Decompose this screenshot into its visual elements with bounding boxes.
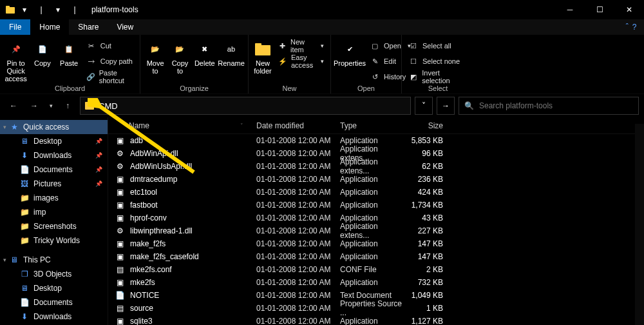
file-row[interactable]: ▣make_f2fs_casefold 01-01-2008 12:00 AM … bbox=[108, 250, 644, 263]
file-icon: ▣ bbox=[115, 174, 125, 184]
sidebar-quick-access[interactable]: ▾★Quick access bbox=[0, 120, 108, 134]
copy-to-button[interactable]: 📂Copy to bbox=[169, 37, 191, 75]
doc-icon: 📄 bbox=[19, 164, 30, 175]
file-row[interactable]: ▣make_f2fs 01-01-2008 12:00 AM Applicati… bbox=[108, 237, 644, 250]
select-all-button[interactable]: ☑Select all bbox=[406, 39, 470, 53]
col-size-header[interactable]: Size bbox=[404, 121, 450, 130]
sidebar-this-pc[interactable]: ▾🖥This PC bbox=[0, 253, 108, 267]
file-row[interactable]: ▣fastboot 01-01-2008 12:00 AM Applicatio… bbox=[108, 199, 644, 212]
file-name: libwinpthread-1.dll bbox=[130, 226, 193, 235]
properties-button[interactable]: ✔Properties bbox=[335, 37, 365, 67]
overflow-icon[interactable]: ▾ bbox=[53, 5, 63, 15]
address-bar[interactable] bbox=[80, 97, 411, 115]
file-row[interactable]: ▣sqlite3 01-01-2008 12:00 AM Application… bbox=[108, 315, 644, 325]
file-row[interactable]: ▤mke2fs.conf 01-01-2008 12:00 AM CONF Fi… bbox=[108, 263, 644, 276]
delete-button[interactable]: ✖Delete bbox=[194, 37, 216, 67]
file-date: 01-01-2008 12:00 AM bbox=[250, 136, 334, 145]
file-type: Application extens... bbox=[334, 222, 404, 240]
sidebar-item[interactable]: 📄Documents bbox=[0, 295, 108, 310]
sidebar-item[interactable]: ⬇Downloads📌 bbox=[0, 148, 108, 162]
file-icon: ⚙ bbox=[115, 161, 125, 172]
forward-button[interactable]: → bbox=[26, 97, 43, 114]
file-row[interactable]: ⚙libwinpthread-1.dll 01-01-2008 12:00 AM… bbox=[108, 224, 644, 237]
file-icon: ▣ bbox=[115, 239, 125, 249]
scrollbar[interactable] bbox=[635, 124, 644, 325]
tab-home[interactable]: Home bbox=[30, 19, 69, 35]
recent-dropdown[interactable]: ▾ bbox=[46, 97, 55, 114]
desktop-icon: 🖥 bbox=[19, 136, 30, 146]
search-box[interactable]: 🔍 Search platform-tools bbox=[459, 97, 639, 115]
file-size: 424 KB bbox=[404, 188, 450, 197]
file-size: 147 KB bbox=[404, 252, 450, 261]
sidebar-item[interactable]: 🖥Desktop📌 bbox=[0, 134, 108, 148]
file-date: 01-01-2008 12:00 AM bbox=[250, 291, 334, 300]
tab-file[interactable]: File bbox=[0, 19, 30, 35]
file-icon: ▣ bbox=[115, 187, 125, 197]
copy-path-button[interactable]: 🡒Copy path bbox=[84, 54, 136, 68]
invert-selection-button[interactable]: ◩Invert selection bbox=[406, 70, 470, 84]
doc-icon: 📄 bbox=[19, 297, 30, 308]
pc-icon: 🖥 bbox=[9, 255, 19, 265]
paste-shortcut-button[interactable]: 🔗Paste shortcut bbox=[84, 70, 136, 84]
sidebar-item[interactable]: ❒3D Objects bbox=[0, 267, 108, 281]
address-history-dropdown[interactable]: ˅ bbox=[415, 97, 433, 115]
folder-icon: 📁 bbox=[19, 207, 30, 217]
chevron-down-icon[interactable]: ▾ bbox=[1, 124, 8, 130]
pin-quick-access-button[interactable]: 📌Pin to Quick access bbox=[4, 37, 28, 83]
sidebar-item[interactable]: 📁images bbox=[0, 191, 108, 205]
file-row[interactable]: ▣dmtracedump 01-01-2008 12:00 AM Applica… bbox=[108, 173, 644, 186]
close-button[interactable]: ✕ bbox=[614, 0, 644, 19]
file-row[interactable]: ▣etc1tool 01-01-2008 12:00 AM Applicatio… bbox=[108, 186, 644, 199]
sidebar-item[interactable]: 📁imp bbox=[0, 205, 108, 219]
collapse-ribbon-icon[interactable]: ˆ bbox=[626, 23, 629, 32]
easy-access-button[interactable]: ⚡Easy access▾ bbox=[276, 54, 327, 68]
tab-share[interactable]: Share bbox=[69, 19, 108, 35]
maximize-button[interactable]: ☐ bbox=[585, 0, 614, 19]
help-icon[interactable]: ? bbox=[632, 23, 637, 32]
file-date: 01-01-2008 12:00 AM bbox=[250, 239, 334, 248]
sidebar-item[interactable]: 📁Tricky Worlds bbox=[0, 233, 108, 248]
file-date: 01-01-2008 12:00 AM bbox=[250, 213, 334, 222]
back-button[interactable]: ← bbox=[5, 97, 22, 114]
address-input[interactable] bbox=[99, 101, 406, 111]
file-size: 147 KB bbox=[404, 239, 450, 248]
sidebar-item-label: Downloads bbox=[33, 151, 71, 160]
col-name-header[interactable]: Name˅ bbox=[108, 121, 250, 130]
chevron-down-icon[interactable]: ▾ bbox=[1, 257, 8, 263]
col-date-header[interactable]: Date modified bbox=[250, 121, 334, 130]
new-item-button[interactable]: ✚New item▾ bbox=[276, 39, 327, 53]
sidebar-item[interactable]: 🖥Desktop bbox=[0, 281, 108, 295]
minimize-button[interactable]: ─ bbox=[555, 0, 585, 19]
move-to-button[interactable]: 📂Move to bbox=[144, 37, 166, 75]
sidebar-item[interactable]: 📁Screenshots bbox=[0, 219, 108, 233]
file-row[interactable]: ▤source 01-01-2008 12:00 AM Properties S… bbox=[108, 302, 644, 315]
file-type: Text Document bbox=[334, 291, 404, 300]
file-size: 96 KB bbox=[404, 149, 450, 158]
file-size: 2 KB bbox=[404, 265, 450, 274]
file-row[interactable]: ▣mke2fs 01-01-2008 12:00 AM Application … bbox=[108, 276, 644, 289]
sidebar-item-label: Documents bbox=[33, 165, 73, 174]
sidebar-item[interactable]: 📄Documents📌 bbox=[0, 162, 108, 177]
copy-button[interactable]: 📄Copy bbox=[30, 37, 54, 67]
select-none-button[interactable]: ☐Select none bbox=[406, 54, 470, 68]
go-button[interactable]: → bbox=[437, 97, 455, 115]
tab-view[interactable]: View bbox=[108, 19, 142, 35]
sidebar-item[interactable]: 🖼Pictures📌 bbox=[0, 177, 108, 191]
new-folder-button[interactable]: New folder bbox=[252, 37, 273, 75]
pin-icon: 📌 bbox=[95, 181, 102, 187]
paste-button[interactable]: 📋Paste bbox=[57, 37, 81, 67]
sidebar-item-label: imp bbox=[33, 208, 46, 217]
download-icon: ⬇ bbox=[19, 150, 30, 161]
file-row[interactable]: ⚙AdbWinUsbApi.dll 01-01-2008 12:00 AM Ap… bbox=[108, 160, 644, 173]
cut-button[interactable]: ✂Cut bbox=[84, 39, 136, 53]
file-date: 01-01-2008 12:00 AM bbox=[250, 175, 334, 184]
col-type-header[interactable]: Type bbox=[334, 121, 404, 130]
save-icon[interactable]: ▾ bbox=[19, 5, 30, 15]
group-label: Open bbox=[331, 84, 401, 94]
up-button[interactable]: ↑ bbox=[59, 97, 76, 114]
rename-button[interactable]: abRename bbox=[218, 37, 244, 67]
pin-icon: 📌 bbox=[95, 138, 102, 144]
sidebar-item[interactable]: ⬇Downloads bbox=[0, 310, 108, 324]
group-label: Select bbox=[402, 84, 474, 94]
sidebar-item-label: Desktop bbox=[33, 137, 62, 146]
